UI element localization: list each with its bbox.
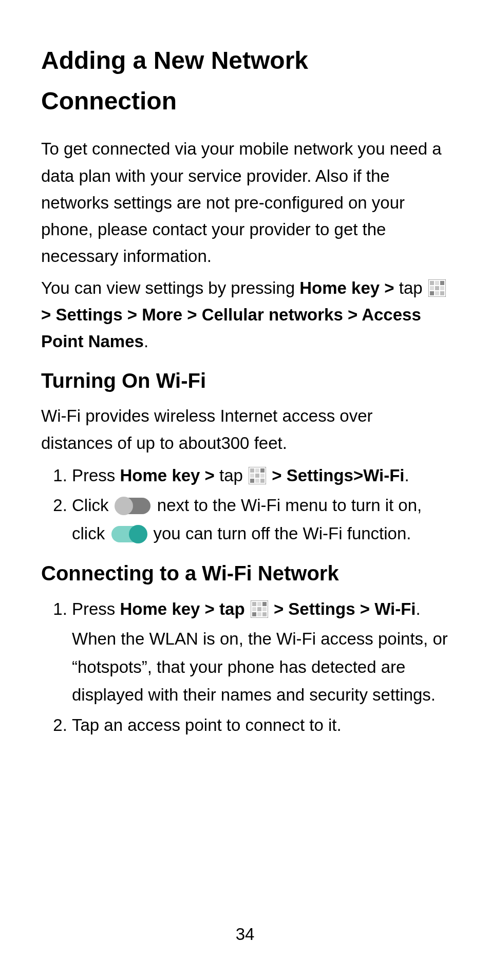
text-bold: > Settings > More > Cellular networks > …	[41, 305, 421, 351]
svg-rect-8	[435, 291, 439, 295]
text-fragment: Press	[72, 599, 120, 618]
svg-rect-9	[440, 291, 444, 295]
svg-rect-5	[435, 286, 439, 290]
list-item: Press Home key > tap > Settings>Wi-Fi.	[72, 462, 449, 489]
svg-rect-27	[252, 612, 256, 616]
svg-rect-7	[430, 291, 434, 295]
apps-icon	[251, 600, 268, 618]
svg-rect-26	[262, 607, 267, 611]
svg-rect-28	[257, 612, 261, 616]
list-item: Click next to the Wi-Fi menu to turn it …	[72, 492, 449, 548]
svg-rect-13	[260, 468, 265, 473]
step-description: When the WLAN is on, the Wi-Fi access po…	[72, 625, 449, 709]
svg-rect-19	[260, 479, 265, 483]
section-heading-wifi-on: Turning On Wi-Fi	[41, 369, 449, 392]
text-fragment: .	[405, 466, 409, 485]
wifi-connect-steps: Press Home key > tap > Settings > Wi-Fi.…	[41, 595, 449, 739]
svg-rect-15	[255, 474, 259, 478]
list-item: Tap an access point to connect to it.	[72, 711, 449, 739]
text-fragment: You can view settings by pressing	[41, 278, 299, 297]
text-fragment: .	[416, 599, 420, 618]
text-fragment: Press	[72, 466, 120, 485]
wifi-intro-paragraph: Wi-Fi provides wireless Internet access …	[41, 403, 449, 456]
page-number: 34	[0, 925, 490, 944]
text-fragment: you can turn off the Wi-Fi function.	[148, 524, 411, 543]
text-bold: Home key >	[120, 466, 220, 485]
svg-rect-2	[435, 281, 439, 285]
text-bold: Home key >	[299, 278, 399, 297]
text-fragment: Click	[72, 496, 114, 515]
svg-rect-1	[430, 281, 434, 285]
svg-rect-3	[440, 281, 444, 285]
apps-icon	[428, 279, 446, 297]
svg-rect-25	[257, 607, 261, 611]
text-bold: > Settings > Wi-Fi	[269, 599, 416, 618]
text-bold: > Settings>Wi-Fi	[267, 466, 404, 485]
svg-rect-6	[440, 286, 444, 290]
svg-rect-4	[430, 286, 434, 290]
section-heading-wifi-connect: Connecting to a Wi-Fi Network	[41, 562, 449, 585]
text-fragment: tap	[399, 278, 427, 297]
text-fragment: .	[144, 332, 148, 351]
svg-rect-22	[257, 602, 261, 606]
toggle-on-icon	[111, 526, 146, 542]
svg-rect-11	[250, 468, 254, 473]
svg-rect-17	[250, 479, 254, 483]
apps-icon	[249, 467, 266, 484]
wifi-on-steps: Press Home key > tap > Settings>Wi-Fi. C…	[41, 462, 449, 548]
svg-rect-14	[250, 474, 254, 478]
svg-rect-12	[255, 468, 259, 473]
text-bold: Home key > tap	[120, 599, 250, 618]
svg-rect-18	[255, 479, 259, 483]
document-page: Adding a New Network Connection To get c…	[0, 0, 490, 980]
svg-rect-21	[252, 602, 256, 606]
list-item: Press Home key > tap > Settings > Wi-Fi.…	[72, 595, 449, 709]
intro-paragraph-1: To get connected via your mobile network…	[41, 136, 449, 270]
page-title: Adding a New Network Connection	[41, 40, 449, 121]
svg-rect-16	[260, 474, 265, 478]
svg-rect-24	[252, 607, 256, 611]
svg-rect-29	[262, 612, 267, 616]
svg-rect-23	[262, 602, 267, 606]
toggle-off-icon	[116, 498, 150, 514]
intro-paragraph-2: You can view settings by pressing Home k…	[41, 275, 449, 355]
text-fragment: tap	[219, 466, 248, 485]
